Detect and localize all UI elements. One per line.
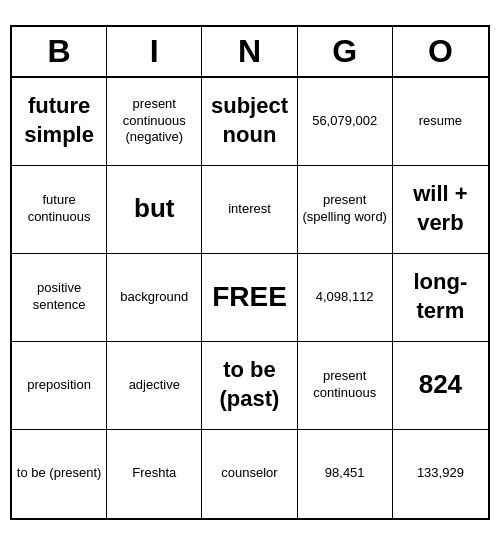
bingo-cell: counselor	[202, 430, 297, 518]
bingo-grid: future simplepresent continuous (negativ…	[12, 78, 488, 518]
cell-text: FREE	[212, 279, 287, 315]
bingo-cell: resume	[393, 78, 488, 166]
cell-text: future simple	[16, 92, 102, 149]
bingo-cell: present continuous	[298, 342, 393, 430]
bingo-cell: to be (present)	[12, 430, 107, 518]
cell-text: 824	[419, 368, 462, 402]
bingo-cell: present (spelling word)	[298, 166, 393, 254]
bingo-cell: background	[107, 254, 202, 342]
cell-text: 4,098,112	[316, 289, 374, 306]
header-letter: B	[12, 27, 107, 76]
cell-text: preposition	[27, 377, 91, 394]
bingo-cell: 133,929	[393, 430, 488, 518]
bingo-cell: 824	[393, 342, 488, 430]
cell-text: counselor	[221, 465, 277, 482]
cell-text: Freshta	[132, 465, 176, 482]
bingo-cell: will + verb	[393, 166, 488, 254]
cell-text: to be (past)	[206, 356, 292, 413]
bingo-cell: Freshta	[107, 430, 202, 518]
header-letter: O	[393, 27, 488, 76]
bingo-cell: 56,079,002	[298, 78, 393, 166]
bingo-cell: future simple	[12, 78, 107, 166]
cell-text: long-term	[397, 268, 484, 325]
cell-text: future continuous	[16, 192, 102, 226]
cell-text: 133,929	[417, 465, 464, 482]
cell-text: 98,451	[325, 465, 365, 482]
header-letter: N	[202, 27, 297, 76]
bingo-cell: long-term	[393, 254, 488, 342]
bingo-cell: positive sentence	[12, 254, 107, 342]
bingo-cell: to be (past)	[202, 342, 297, 430]
bingo-cell: future continuous	[12, 166, 107, 254]
cell-text: present (spelling word)	[302, 192, 388, 226]
bingo-cell: preposition	[12, 342, 107, 430]
bingo-cell: present continuous (negative)	[107, 78, 202, 166]
cell-text: interest	[228, 201, 271, 218]
header-letter: I	[107, 27, 202, 76]
cell-text: background	[120, 289, 188, 306]
bingo-cell: but	[107, 166, 202, 254]
cell-text: positive sentence	[16, 280, 102, 314]
bingo-cell: 4,098,112	[298, 254, 393, 342]
cell-text: subject noun	[206, 92, 292, 149]
bingo-cell: interest	[202, 166, 297, 254]
cell-text: 56,079,002	[312, 113, 377, 130]
bingo-cell: FREE	[202, 254, 297, 342]
bingo-cell: subject noun	[202, 78, 297, 166]
cell-text: present continuous	[302, 368, 388, 402]
bingo-cell: adjective	[107, 342, 202, 430]
cell-text: to be (present)	[17, 465, 102, 482]
cell-text: will + verb	[397, 180, 484, 237]
cell-text: adjective	[129, 377, 180, 394]
bingo-header: BINGO	[12, 27, 488, 78]
cell-text: resume	[419, 113, 462, 130]
cell-text: but	[134, 192, 174, 226]
cell-text: present continuous (negative)	[111, 96, 197, 147]
header-letter: G	[298, 27, 393, 76]
bingo-card: BINGO future simplepresent continuous (n…	[10, 25, 490, 520]
bingo-cell: 98,451	[298, 430, 393, 518]
